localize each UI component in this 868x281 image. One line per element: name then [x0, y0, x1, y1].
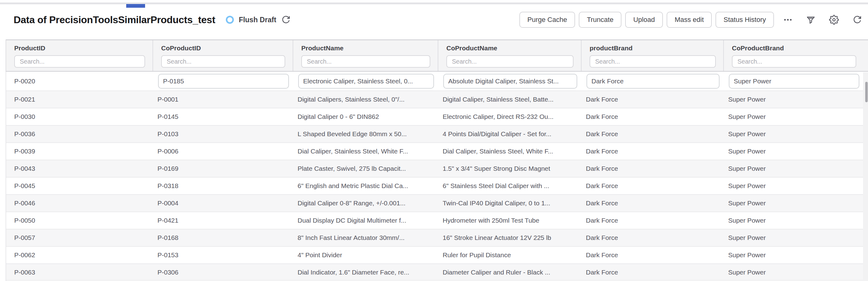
- status-label: Flush Draft: [239, 16, 276, 24]
- cell-product-name[interactable]: 4" Point Divider: [293, 251, 438, 259]
- cell-co-product-brand[interactable]: Super Power: [724, 200, 864, 207]
- horizontal-scrollbar[interactable]: [0, 2, 868, 4]
- cell-editor-co-product-brand[interactable]: Super Power: [729, 74, 859, 89]
- cell-co-product-brand[interactable]: Super Power: [724, 217, 864, 224]
- cell-co-product-brand[interactable]: Super Power: [724, 113, 864, 120]
- cell-co-product-brand[interactable]: Super Power: [724, 251, 864, 259]
- cell-product-name[interactable]: 6" English and Metric Plastic Dial Ca...: [293, 182, 438, 189]
- horizontal-scrollbar-thumb[interactable]: [126, 4, 145, 8]
- cell-product-brand[interactable]: Dark Force: [582, 74, 724, 89]
- cell-product-brand[interactable]: Dark Force: [582, 96, 724, 103]
- status-history-button[interactable]: Status History: [715, 12, 774, 28]
- cell-product-id[interactable]: P-0050: [6, 217, 153, 224]
- search-input-product-id[interactable]: [14, 55, 145, 68]
- cell-product-id[interactable]: P-0057: [6, 234, 153, 242]
- cell-co-product-id[interactable]: P-0169: [153, 165, 293, 172]
- cell-co-product-name[interactable]: Absolute Digital Caliper, Stainless St..…: [438, 74, 582, 89]
- cell-co-product-name[interactable]: Electronic Caliper, Direct RS-232 Ou...: [438, 113, 582, 120]
- cell-product-name[interactable]: Dual Display DC Digital Multimeter f...: [293, 217, 438, 224]
- cell-co-product-name[interactable]: Twin-Cal IP40 Digital Caliper, 0 to 1...: [438, 200, 582, 207]
- status-refresh-icon[interactable]: [281, 15, 290, 24]
- cell-product-name[interactable]: Electronic Caliper, Stainless Steel, 0..…: [293, 74, 438, 89]
- cell-product-brand[interactable]: Dark Force: [582, 200, 724, 207]
- cell-co-product-brand[interactable]: Super Power: [724, 165, 864, 172]
- filter-icon[interactable]: [806, 15, 815, 24]
- cell-co-product-id[interactable]: P-0185: [153, 74, 293, 89]
- cell-co-product-name[interactable]: 4 Points Dial/Digital Caliper - Set for.…: [438, 130, 582, 138]
- cell-product-id[interactable]: P-0063: [6, 269, 153, 276]
- more-icon[interactable]: [783, 15, 793, 24]
- mass-edit-button[interactable]: Mass edit: [666, 12, 712, 28]
- cell-co-product-id[interactable]: P-0421: [153, 217, 293, 224]
- upload-button[interactable]: Upload: [625, 12, 663, 28]
- cell-co-product-brand[interactable]: Super Power: [724, 269, 864, 276]
- cell-co-product-id[interactable]: P-0318: [153, 182, 293, 189]
- cell-co-product-name[interactable]: 1.5" x 3/4" Super Strong Disc Magnet: [438, 165, 582, 172]
- cell-editor-product-brand[interactable]: Dark Force: [587, 74, 719, 89]
- cell-co-product-brand[interactable]: Super Power: [724, 148, 864, 155]
- truncate-button[interactable]: Truncate: [579, 12, 621, 28]
- vertical-scrollbar[interactable]: [863, 72, 868, 281]
- cell-product-brand[interactable]: Dark Force: [582, 269, 724, 276]
- cell-co-product-brand[interactable]: Super Power: [724, 182, 864, 189]
- cell-co-product-brand[interactable]: Super Power: [724, 234, 864, 242]
- cell-product-id[interactable]: P-0045: [6, 182, 153, 189]
- cell-product-name[interactable]: L Shaped Beveled Edge 80mm x 50...: [293, 130, 438, 138]
- toolbar: Purge Cache Truncate Upload Mass edit St…: [519, 12, 862, 28]
- cell-product-name[interactable]: Digital Caliper 0-8" Range, +/-0.001...: [293, 200, 438, 207]
- cell-product-brand[interactable]: Dark Force: [582, 130, 724, 138]
- cell-product-id[interactable]: P-0039: [6, 148, 153, 155]
- gear-icon[interactable]: [829, 15, 839, 25]
- cell-editor-product-name[interactable]: Electronic Caliper, Stainless Steel, 0..…: [298, 74, 434, 89]
- search-input-product-name[interactable]: [301, 55, 430, 68]
- cell-value: P-0153: [157, 251, 179, 258]
- cell-product-id[interactable]: P-0021: [6, 96, 153, 103]
- cell-product-name[interactable]: Dial Caliper, Stainless Steel, White F..…: [293, 148, 438, 155]
- cell-co-product-name[interactable]: Diameter Caliper and Ruler - Black ...: [438, 269, 582, 276]
- search-input-co-product-name[interactable]: [446, 55, 574, 68]
- cell-product-name[interactable]: 8" Inch Fast Linear Actuator 30mm/...: [293, 234, 438, 242]
- cell-product-brand[interactable]: Dark Force: [582, 165, 724, 172]
- cell-editor-co-product-id[interactable]: P-0185: [158, 74, 289, 89]
- cell-product-brand[interactable]: Dark Force: [582, 182, 724, 189]
- cell-co-product-id[interactable]: P-0001: [153, 96, 293, 103]
- cell-co-product-name[interactable]: 16" Stroke Linear Actuator 12V 225 lb: [438, 234, 582, 242]
- cell-co-product-id[interactable]: P-0006: [153, 148, 293, 155]
- search-input-product-brand[interactable]: [590, 55, 716, 68]
- cell-co-product-brand[interactable]: Super Power: [724, 96, 864, 103]
- cell-co-product-brand[interactable]: Super Power: [724, 74, 864, 89]
- cell-product-id[interactable]: P-0043: [6, 165, 153, 172]
- cell-co-product-id[interactable]: P-0168: [153, 234, 293, 242]
- cell-co-product-name[interactable]: Hydrometer with 250ml Test Tube: [438, 217, 582, 224]
- cell-co-product-id[interactable]: P-0153: [153, 251, 293, 259]
- cell-co-product-name[interactable]: Dial Caliper, Stainless Steel, White F..…: [438, 148, 582, 155]
- cell-co-product-id[interactable]: P-0306: [153, 269, 293, 276]
- cell-co-product-name[interactable]: 6" Stainless Steel Dial Caliper with ...: [438, 182, 582, 189]
- cell-co-product-id[interactable]: P-0103: [153, 130, 293, 138]
- purge-cache-button[interactable]: Purge Cache: [519, 12, 575, 28]
- cell-product-id[interactable]: P-0036: [6, 130, 153, 138]
- cell-co-product-brand[interactable]: Super Power: [724, 130, 864, 138]
- cell-product-name[interactable]: Plate Caster, Swivel, 275 lb Capacit...: [293, 165, 438, 172]
- cell-product-id[interactable]: P-0020: [6, 77, 153, 85]
- cell-co-product-id[interactable]: P-0004: [153, 200, 293, 207]
- cell-product-name[interactable]: Digital Calipers, Stainless Steel, 0"/..…: [293, 96, 438, 103]
- vertical-scrollbar-thumb[interactable]: [865, 82, 868, 102]
- cell-co-product-id[interactable]: P-0145: [153, 113, 293, 120]
- cell-product-brand[interactable]: Dark Force: [582, 217, 724, 224]
- cell-editor-co-product-name[interactable]: Absolute Digital Caliper, Stainless St..…: [443, 74, 577, 89]
- cell-product-brand[interactable]: Dark Force: [582, 113, 724, 120]
- cell-product-brand[interactable]: Dark Force: [582, 148, 724, 155]
- cell-product-brand[interactable]: Dark Force: [582, 234, 724, 242]
- cell-product-id[interactable]: P-0030: [6, 113, 153, 120]
- cell-co-product-name[interactable]: Ruler for Pupil Distance: [438, 251, 582, 259]
- cell-co-product-name[interactable]: Digital Caliper, Stainless Steel, Batte.…: [438, 96, 582, 103]
- cell-product-id[interactable]: P-0062: [6, 251, 153, 259]
- search-input-co-product-brand[interactable]: [732, 55, 856, 68]
- cell-product-id[interactable]: P-0046: [6, 200, 153, 207]
- refresh-icon[interactable]: [852, 15, 862, 24]
- cell-product-name[interactable]: Digital Caliper 0 - 6" DIN862: [293, 113, 438, 120]
- cell-product-brand[interactable]: Dark Force: [582, 251, 724, 259]
- cell-product-name[interactable]: Dial Indicator, 1.6" Diameter Face, re..…: [293, 269, 438, 276]
- search-input-co-product-id[interactable]: [161, 55, 285, 68]
